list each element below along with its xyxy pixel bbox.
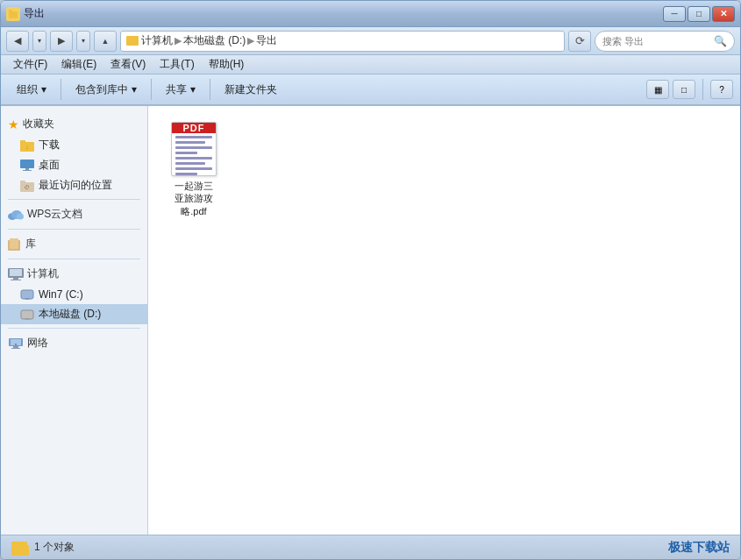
- computer-header[interactable]: 计算机: [1, 263, 147, 285]
- back-dropdown[interactable]: ▾: [32, 31, 46, 52]
- library-label: 库: [25, 237, 36, 252]
- library-section: 库: [1, 233, 147, 255]
- svg-rect-26: [13, 346, 18, 348]
- back-button[interactable]: ◀: [6, 31, 29, 52]
- svg-rect-18: [13, 278, 18, 280]
- sidebar-item-desktop[interactable]: 桌面: [1, 155, 147, 175]
- new-folder-button[interactable]: 新建文件夹: [216, 77, 286, 102]
- search-box[interactable]: 🔍: [595, 31, 735, 52]
- pdf-badge: PDF: [172, 123, 216, 133]
- sidebar-item-win7[interactable]: Win7 (C:): [1, 285, 147, 304]
- download-folder-icon: ↓: [20, 138, 34, 152]
- menu-file[interactable]: 文件(F): [6, 55, 54, 74]
- desktop-icon: [20, 159, 34, 173]
- breadcrumb-item-computer: 计算机: [126, 33, 173, 48]
- close-button[interactable]: ✕: [712, 6, 735, 22]
- pdf-line-6: [175, 162, 205, 165]
- breadcrumb-item-disk: 本地磁盘 (D:): [183, 33, 246, 48]
- favorites-label: 收藏夹: [23, 117, 54, 131]
- search-input[interactable]: [602, 36, 710, 46]
- window-icon: [6, 7, 20, 21]
- pdf-line-8: [175, 173, 197, 175]
- menu-bar: 文件(F) 编辑(E) 查看(V) 工具(T) 帮助(H): [1, 55, 740, 74]
- include-label: 包含到库中: [75, 82, 128, 97]
- explorer-window: 导出 ─ □ ✕ ◀ ▾ ▶ ▾ ▲ 计算机 ▶ 本地磁盘 (D:) ▶: [0, 0, 741, 560]
- include-dropdown-icon: ▾: [132, 83, 137, 96]
- svg-rect-20: [21, 290, 33, 299]
- toolbar-sep-3: [210, 79, 210, 100]
- breadcrumb-item-export: 导出: [256, 33, 277, 48]
- recent-label: 最近访问的位置: [39, 178, 112, 193]
- organize-label: 组织: [17, 82, 38, 97]
- svg-rect-19: [11, 280, 21, 280]
- favorites-section: ★ 收藏夹 ↓ 下载: [1, 113, 147, 195]
- svg-rect-22: [21, 310, 33, 319]
- svg-point-23: [25, 318, 30, 320]
- watermark: 极速下载站: [668, 540, 730, 556]
- sidebar-item-recent[interactable]: ⏱ 最近访问的位置: [1, 175, 147, 195]
- sidebar-item-localdisk[interactable]: 本地磁盘 (D:): [1, 304, 147, 324]
- sidebar-item-downloads[interactable]: ↓ 下载: [1, 135, 147, 155]
- help-button[interactable]: ?: [710, 80, 733, 99]
- menu-tools[interactable]: 工具(T): [153, 55, 201, 74]
- win7-disk-icon: [20, 287, 34, 301]
- svg-rect-3: [20, 140, 25, 144]
- breadcrumb: 计算机 ▶ 本地磁盘 (D:) ▶ 导出: [126, 33, 277, 48]
- title-bar-left: 导出: [6, 6, 45, 21]
- organize-dropdown-icon: ▾: [41, 83, 46, 96]
- computer-folder-icon: [126, 36, 139, 46]
- downloads-label: 下载: [39, 138, 60, 152]
- svg-rect-7: [23, 170, 32, 171]
- computer-section: 计算机 Win7 (C:): [1, 263, 147, 324]
- svg-rect-5: [20, 159, 34, 168]
- svg-rect-27: [11, 348, 20, 349]
- svg-rect-0: [9, 11, 18, 18]
- menu-view[interactable]: 查看(V): [103, 55, 153, 74]
- organize-button[interactable]: 组织 ▾: [8, 77, 55, 102]
- pdf-content-lines: [172, 133, 216, 176]
- nav-divider-4: [8, 328, 140, 329]
- toolbar-right: ▦ □ ?: [646, 79, 733, 100]
- title-bar: 导出 ─ □ ✕: [1, 1, 740, 27]
- svg-point-28: [15, 344, 17, 345]
- view-mode-button-2[interactable]: □: [673, 80, 695, 99]
- svg-point-21: [25, 298, 30, 300]
- refresh-button[interactable]: ⟳: [568, 31, 591, 52]
- up-button[interactable]: ▲: [94, 31, 117, 52]
- network-header[interactable]: 网络: [1, 332, 147, 354]
- search-icon: 🔍: [714, 35, 727, 47]
- svg-text:⏱: ⏱: [25, 185, 30, 190]
- forward-dropdown[interactable]: ▾: [76, 31, 90, 52]
- address-box[interactable]: 计算机 ▶ 本地磁盘 (D:) ▶ 导出: [120, 31, 565, 52]
- localdisk-label: 本地磁盘 (D:): [39, 307, 101, 322]
- view-mode-button[interactable]: ▦: [646, 80, 669, 99]
- breadcrumb-sep-2: ▶: [247, 35, 254, 46]
- wps-header[interactable]: WPS云文档: [1, 203, 147, 225]
- nav-divider-3: [8, 259, 140, 259]
- menu-help[interactable]: 帮助(H): [202, 55, 252, 74]
- minimize-button[interactable]: ─: [663, 6, 686, 22]
- maximize-button[interactable]: □: [688, 6, 710, 22]
- share-dropdown-icon: ▾: [190, 83, 196, 96]
- file-item-pdf[interactable]: PDF 一起游三 亚旅游攻 略.pdf: [159, 117, 229, 223]
- include-library-button[interactable]: 包含到库中 ▾: [67, 77, 146, 102]
- share-button[interactable]: 共享 ▾: [157, 77, 204, 102]
- svg-point-13: [17, 213, 24, 219]
- menu-edit[interactable]: 编辑(E): [54, 55, 103, 74]
- forward-button[interactable]: ▶: [50, 31, 73, 52]
- wps-section: WPS云文档: [1, 203, 147, 225]
- favorites-header[interactable]: ★ 收藏夹: [1, 113, 147, 135]
- breadcrumb-sep-1: ▶: [175, 35, 182, 46]
- win7-label: Win7 (C:): [39, 288, 83, 301]
- network-label: 网络: [27, 336, 48, 351]
- svg-rect-1: [9, 10, 12, 12]
- pdf-line-5: [175, 157, 212, 159]
- new-folder-label: 新建文件夹: [224, 82, 277, 97]
- svg-rect-9: [20, 181, 25, 184]
- pdf-file-icon: PDF: [171, 122, 217, 176]
- main-content: ★ 收藏夹 ↓ 下载: [1, 106, 740, 535]
- toolbar-sep-4: [702, 79, 703, 100]
- library-header[interactable]: 库: [1, 233, 147, 255]
- status-bar: 1 个对象 极速下载站: [1, 535, 740, 559]
- share-label: 共享: [166, 82, 187, 97]
